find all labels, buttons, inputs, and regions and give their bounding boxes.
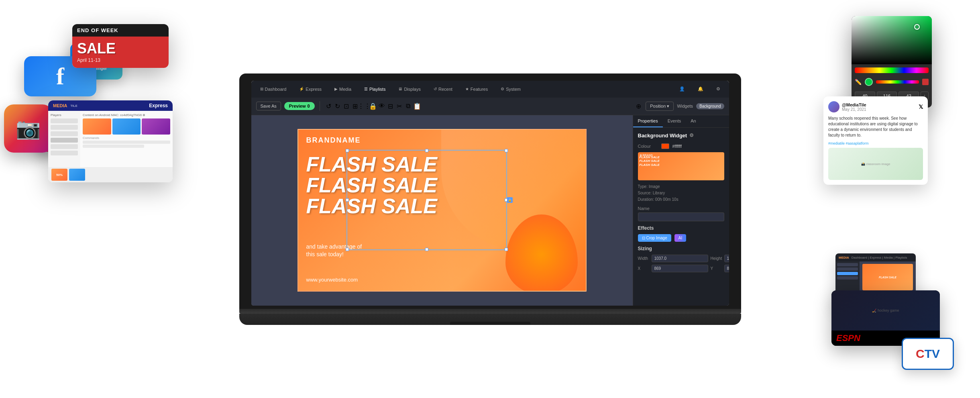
name-label: Name [638, 206, 658, 211]
name-row: Name [638, 206, 724, 221]
y-field: Y [711, 265, 729, 272]
sale-header: END OF WEEK [72, 24, 169, 37]
width-field: Width [638, 255, 708, 262]
hide-icon[interactable]: 👁 [378, 102, 386, 110]
position-button[interactable]: Position ▾ [646, 102, 674, 111]
laptop-screen: ⊞ Dashboard ⚡ Express ▶ Media ☰ Playlist… [251, 81, 729, 306]
type-row: Type: Image [638, 184, 724, 190]
toolbar: Save As Preview 0 ↺ ↻ ⊡ ⊞ ⋮⋮ 🔒 👁 ⊟ [251, 98, 729, 115]
duration-row: Duration: 00h 00m 10s [638, 196, 724, 203]
crop-icon[interactable]: ⊡ [342, 102, 350, 110]
tweet-date: May 21, 2021 [842, 107, 866, 112]
tweet-text: Many schools reopened this week. See how… [828, 116, 923, 138]
colour-label: Colour [638, 144, 658, 149]
widget-gear-icon[interactable]: ⚙ [689, 133, 694, 138]
sale-body: SALE April 11-13 [72, 37, 169, 68]
panel-content: Background Widget ⚙ Colour #ffffff FLA [633, 128, 729, 277]
laptop-base [239, 314, 741, 325]
nav-recent[interactable]: ↺ Recent [431, 85, 455, 93]
tweet-hashtags: #mediatile #aasaplatform [828, 141, 923, 145]
sizing-title: Sizing [638, 246, 724, 251]
undo-icon[interactable]: ↺ [325, 102, 333, 110]
colour-hex: #ffffff [672, 144, 682, 149]
account-icon: 👤 [679, 86, 685, 92]
y-input[interactable] [724, 265, 729, 272]
nav-features-label: Features [471, 87, 488, 92]
cut-icon[interactable]: ✂ [395, 102, 403, 110]
right-panel: Properties Events An Background Widget ⚙… [633, 115, 729, 306]
green-color-dot [865, 78, 873, 86]
flash-sale-text: FLASH SALE FLASH SALE FLASH SALE [306, 154, 437, 216]
lock-icon[interactable]: 🔒 [369, 102, 377, 110]
eyedropper-icon[interactable]: ✏️ [855, 79, 862, 85]
nav-dashboard[interactable]: ⊞ Dashboard [258, 85, 289, 93]
nav-express[interactable]: ⚡ Express [297, 85, 324, 93]
tweet-username: @MediaTile [842, 102, 866, 107]
ctv-t: T [925, 347, 932, 361]
handle-tm [425, 149, 428, 152]
effects-title: Effects [638, 225, 724, 231]
x-input[interactable] [652, 265, 708, 272]
nav-features[interactable]: ★ Features [463, 85, 490, 93]
height-field: Height [711, 255, 729, 262]
width-input[interactable] [652, 255, 708, 262]
type-info: Type: Image Source: Library Duration: 00… [638, 184, 724, 203]
canvas-tagline: and take advantage ofthis sale today! [306, 243, 362, 259]
nav-playlists[interactable]: ☰ Playlists [362, 85, 388, 93]
layout-icon[interactable]: ⊟ [387, 102, 395, 110]
height-input[interactable] [724, 255, 729, 262]
media-icon: ▶ [334, 87, 338, 91]
displays-icon: 🖥 [398, 87, 402, 91]
copy-icon[interactable]: ⧉ [404, 102, 412, 110]
handle-bm [425, 248, 428, 251]
tab-properties[interactable]: Properties [633, 115, 663, 127]
toolbar-layers: ⊕ [634, 102, 642, 110]
sale-panel: END OF WEEK SALE April 11-13 [72, 24, 169, 68]
effects-section: Effects ⊡ Crop Image AI [638, 225, 724, 242]
canvas-content: BRANDNAME FLASH SALE FLASH SALE FLASH SA… [297, 129, 587, 292]
nav-playlists-label: Playlists [369, 87, 385, 92]
nav-bell[interactable]: 🔔 [695, 85, 706, 93]
nav-account[interactable]: 👤 [677, 85, 687, 93]
background-tag[interactable]: Background [696, 103, 724, 109]
tab-animation[interactable]: An [686, 115, 701, 127]
espn-image: 🏒 hockey game [831, 290, 940, 331]
name-input[interactable] [638, 212, 724, 221]
nav-recent-label: Recent [438, 87, 452, 92]
colour-row: Colour #ffffff [638, 143, 724, 149]
laptop-hinge [239, 309, 741, 314]
nav-express-label: Express [306, 87, 322, 92]
nav-settings[interactable]: ⚙ [714, 85, 723, 93]
redo-icon[interactable]: ↻ [334, 102, 342, 110]
bell-icon: 🔔 [698, 86, 703, 92]
paste-icon[interactable]: 📋 [413, 102, 421, 110]
save-as-button[interactable]: Save As [256, 102, 281, 110]
express-float: MEDIA TILE Express Players Content on An… [48, 100, 173, 182]
nav-displays[interactable]: 🖥 Displays [396, 85, 423, 93]
effects-buttons: ⊡ Crop Image AI [638, 234, 724, 242]
toolbar-separator-1 [320, 101, 320, 111]
layers-icon[interactable]: ⊕ [634, 102, 642, 110]
system-icon: ⚙ [501, 87, 504, 91]
ai-button[interactable]: AI [674, 234, 686, 242]
thumb-sale-text: FLASH SALE FLASH SALE FLASH SALE [640, 155, 660, 167]
colour-swatch[interactable] [661, 143, 669, 149]
nav-media[interactable]: ▶ Media [332, 85, 354, 93]
nav-system[interactable]: ⚙ System [498, 85, 523, 93]
crop-image-button[interactable]: ⊡ Crop Image [638, 234, 671, 242]
grid-icon[interactable]: ⋮⋮ [360, 102, 368, 110]
canvas-area[interactable]: BRANDNAME FLASH SALE FLASH SALE FLASH SA… [251, 115, 633, 306]
color-spectrum[interactable] [855, 67, 929, 73]
preview-button[interactable]: Preview 0 [284, 102, 315, 110]
tweet-user-info: @MediaTile May 21, 2021 [842, 102, 866, 112]
tweet-avatar [828, 101, 839, 112]
express-footer: 50% [48, 167, 173, 182]
express-thumb-3 [142, 118, 170, 135]
x-field: X [638, 265, 708, 272]
scene: f 💬 Messenger 📷 📸 MEDIA TILE Express Pla… [0, 0, 980, 398]
tab-events[interactable]: Events [663, 115, 686, 127]
espn-logo-text: ESPN [836, 333, 860, 343]
color-gradient[interactable] [852, 16, 932, 64]
mediatile-mini-header: MEDIA Dashboard | Express | Media | Play… [835, 253, 916, 261]
sizing-section: Sizing Width Height [638, 246, 724, 272]
